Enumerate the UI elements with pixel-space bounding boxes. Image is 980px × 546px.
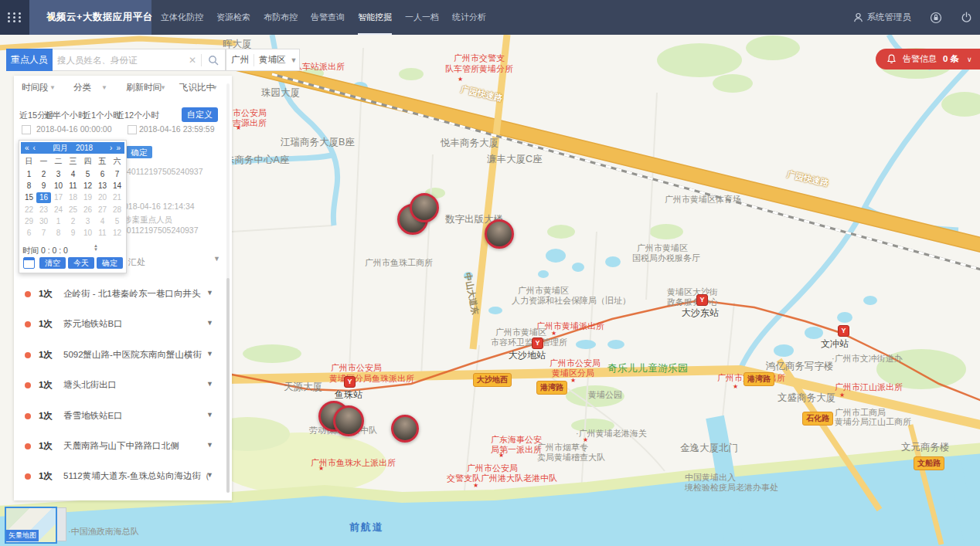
calendar-day[interactable]: 17	[51, 192, 66, 203]
list-item[interactable]: 1次5112黄埔大道东-鱼珠总站向海边街（全）▼	[14, 470, 232, 487]
calendar-day[interactable]: 11	[95, 228, 110, 239]
calendar-day[interactable]: 21	[110, 192, 124, 203]
metro-station-icon[interactable]: Y	[838, 325, 849, 337]
list-item[interactable]: 1次企岭街 - 北1巷秦岭东一巷口向井头▼	[14, 287, 232, 304]
chevron-down-icon[interactable]: ▼	[206, 289, 213, 297]
calendar-day[interactable]: 9	[66, 228, 80, 239]
tab-key-person[interactable]: 重点人员	[6, 49, 53, 71]
calendar-day[interactable]: 7	[36, 228, 51, 239]
next-month-icon[interactable]: ›	[110, 144, 112, 152]
nav-item[interactable]: 统计分析	[452, 0, 486, 35]
clear-icon[interactable]: ✕	[184, 55, 201, 66]
security-lock-icon[interactable]	[930, 12, 942, 24]
scrollbar-thumb[interactable]	[226, 278, 230, 493]
calendar-day[interactable]: 5	[80, 169, 95, 180]
calendar-day[interactable]: 11	[66, 181, 80, 192]
prev-year-icon[interactable]: «	[25, 144, 29, 152]
calendar-day[interactable]: 2	[36, 169, 51, 180]
calendar-day[interactable]: 22	[22, 205, 36, 215]
quick-range-button[interactable]: 自定义	[182, 107, 218, 122]
region-selector[interactable]: 广州 黄埔区 ▼	[226, 49, 300, 71]
calendar-day[interactable]: 8	[22, 181, 36, 192]
metro-station-icon[interactable]: Y	[696, 294, 708, 306]
quick-range-button[interactable]: 近半个小时	[44, 110, 87, 121]
date-end-checkbox[interactable]	[128, 125, 137, 134]
person-photo-marker[interactable]	[333, 405, 364, 436]
list-item[interactable]: 1次5092蟹山路-中医院东南向蟹山横街▼	[14, 348, 232, 365]
quick-range-button[interactable]: 近12个小时	[116, 110, 159, 121]
calendar-day[interactable]: 6	[95, 169, 110, 180]
chevron-down-icon[interactable]: ▼	[206, 411, 213, 419]
calendar-day[interactable]: 15	[22, 192, 36, 203]
calendar-day[interactable]: 3	[51, 169, 66, 180]
nav-item[interactable]: 立体化防控	[161, 0, 203, 35]
calendar-day[interactable]: 12	[80, 181, 95, 192]
date-start-checkbox[interactable]	[22, 125, 31, 134]
chevron-down-icon[interactable]: ▼	[213, 255, 220, 263]
calendar-day[interactable]: 18	[66, 192, 80, 203]
list-item[interactable]: 1次塘头北街出口▼	[14, 378, 232, 395]
nav-item[interactable]: 资源检索	[216, 0, 250, 35]
nav-item[interactable]: 布防布控	[264, 0, 298, 35]
calendar-day[interactable]: 10	[51, 181, 66, 192]
date-end-input[interactable]: 2018-04-16 23:59:59	[139, 124, 215, 134]
power-icon[interactable]	[961, 12, 972, 23]
filter-dropdown[interactable]: 时间段	[22, 82, 49, 93]
calendar-day[interactable]: 7	[110, 169, 124, 180]
next-year-icon[interactable]: »	[116, 144, 121, 152]
calendar-day[interactable]: 1	[22, 169, 36, 180]
calendar-today-button[interactable]: 今天	[68, 257, 94, 269]
person-photo-marker[interactable]	[391, 415, 419, 443]
chevron-down-icon[interactable]: ▼	[206, 380, 213, 388]
calendar-day[interactable]: 5	[110, 216, 124, 227]
calendar-day[interactable]: 3	[80, 216, 95, 227]
list-item[interactable]: 1次香雪地铁站E口▼	[14, 409, 232, 426]
metro-station-icon[interactable]: Y	[532, 337, 543, 349]
calendar-day[interactable]: 8	[51, 228, 66, 239]
prev-month-icon[interactable]: ‹	[33, 144, 36, 152]
alert-bar[interactable]: 告警信息 0 条 ∨	[876, 49, 980, 70]
time-stepper[interactable]: ▲▼	[94, 244, 98, 252]
calendar-month[interactable]: 四月	[53, 143, 68, 154]
calendar-day[interactable]: 23	[36, 205, 51, 215]
calendar-day[interactable]: 13	[95, 181, 110, 192]
person-photo-marker[interactable]	[410, 193, 439, 222]
calendar-day[interactable]: 30	[36, 216, 51, 227]
confirm-button[interactable]: 确定	[126, 146, 152, 158]
calendar-day[interactable]: 24	[51, 205, 66, 215]
calendar-day[interactable]: 20	[95, 192, 110, 203]
calendar-day[interactable]: 29	[22, 216, 36, 227]
calendar-day[interactable]: 26	[80, 205, 95, 215]
calendar-year[interactable]: 2018	[76, 144, 93, 152]
calendar-grid-icon[interactable]	[23, 257, 35, 269]
search-icon[interactable]	[202, 55, 225, 66]
user-account[interactable]: 系统管理员	[853, 12, 912, 23]
calendar-day[interactable]: 19	[80, 192, 95, 203]
nav-item[interactable]: 一人一档	[405, 0, 439, 35]
calendar-day[interactable]: 4	[95, 216, 110, 227]
chevron-down-icon[interactable]: ▼	[206, 350, 213, 358]
calendar-clear-button[interactable]: 清空	[39, 257, 66, 269]
calendar-day[interactable]: 10	[80, 228, 95, 239]
calendar-day[interactable]: 4	[66, 169, 80, 180]
app-launcher-grid-icon[interactable]	[0, 0, 29, 35]
person-photo-marker[interactable]	[485, 219, 514, 249]
calendar-day[interactable]: 16	[36, 192, 51, 203]
calendar-day[interactable]: 27	[95, 205, 110, 215]
calendar-day[interactable]: 12	[110, 228, 124, 239]
search-input[interactable]	[53, 56, 184, 65]
date-start-input[interactable]: 2018-04-16 00:00:00	[36, 124, 112, 134]
chevron-down-icon[interactable]: ∨	[967, 56, 972, 63]
chevron-down-icon[interactable]: ▼	[206, 319, 213, 327]
calendar-day[interactable]: 25	[66, 205, 80, 215]
calendar-day[interactable]: 2	[66, 216, 80, 227]
filter-dropdown[interactable]: 刷新时间	[126, 82, 162, 93]
calendar-day[interactable]: 1	[51, 216, 66, 227]
calendar-day[interactable]: 9	[36, 181, 51, 192]
list-item[interactable]: 1次天麓南路与山下中路路口北侧▼	[14, 439, 232, 456]
nav-item[interactable]: 告警查询	[311, 0, 345, 35]
nav-item[interactable]: 智能挖掘	[358, 0, 392, 35]
calendar-day[interactable]: 6	[22, 228, 36, 239]
minimap-switcher[interactable]: 矢量地图	[5, 506, 70, 542]
filter-dropdown[interactable]: 分类	[73, 82, 91, 93]
